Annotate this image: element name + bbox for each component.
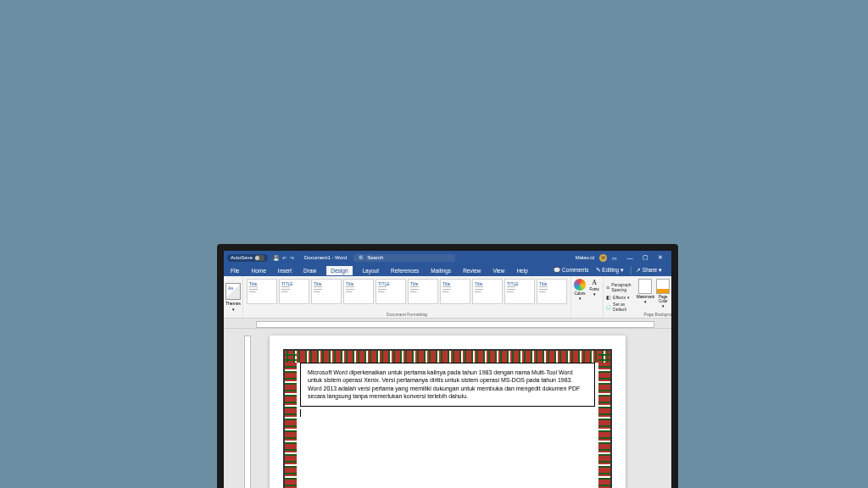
word-window: AutoSave 💾 ↶ ↷ Document1 - Word 🔍 Search…	[224, 251, 671, 488]
style-preset[interactable]: TITLE▬▬▬▬▬▬▬▬▬▬▬	[504, 279, 535, 304]
search-icon: 🔍	[359, 255, 364, 261]
page-color-icon	[656, 279, 670, 294]
tab-home[interactable]: Home	[249, 266, 267, 275]
style-gallery[interactable]: Title▬▬▬▬▬▬▬▬▬▬▬ TITLE▬▬▬▬▬▬▬▬▬▬▬ Title▬…	[243, 276, 570, 312]
paragraph-spacing-icon	[606, 285, 609, 291]
tab-draw[interactable]: Draw	[302, 266, 318, 275]
watermark-icon	[638, 279, 652, 294]
editing-button[interactable]: ✎ Editing ▾	[596, 267, 625, 274]
username-label[interactable]: Malas.id	[576, 255, 594, 260]
search-placeholder: Search	[367, 255, 383, 260]
page-background-group: Watermark▾ Page Color▾ Page Borders Page…	[634, 276, 671, 318]
chevron-down-icon: ▾	[232, 307, 235, 312]
group-label: Document Formatting	[243, 312, 570, 318]
minimize-button[interactable]: —	[622, 251, 637, 264]
paragraph-spacing-button[interactable]: Paragraph Spacing	[606, 282, 631, 292]
style-preset[interactable]: Title▬▬▬▬▬▬▬▬▬▬▬	[311, 279, 342, 304]
style-preset[interactable]: TITLE▬▬▬▬▬▬▬▬▬▬▬	[279, 279, 309, 304]
horizontal-ruler[interactable]	[224, 319, 671, 329]
tab-view[interactable]: View	[491, 266, 506, 275]
tab-layout[interactable]: Layout	[361, 266, 381, 275]
tab-mailings[interactable]: Mailings	[429, 266, 453, 275]
document-title: Document1 - Word	[304, 255, 347, 260]
art-page-border: Microsoft Word diperkenalkan untuk perta…	[283, 349, 612, 488]
tab-references[interactable]: References	[389, 266, 420, 275]
tab-file[interactable]: File	[229, 266, 241, 275]
page-color-button[interactable]: Page Color▾	[656, 279, 670, 309]
menu-bar: File Home Insert Draw Design Layout Refe…	[224, 264, 671, 276]
colors-icon	[574, 279, 586, 291]
share-button[interactable]: ↗ Share ▾	[631, 266, 666, 274]
search-input[interactable]: 🔍 Search	[353, 254, 455, 262]
tab-insert[interactable]: Insert	[276, 266, 293, 275]
autosave-label: AutoSave	[231, 255, 253, 260]
ribbon: Themes ▾ Title▬▬▬▬▬▬▬▬▬▬▬ TITLE▬▬▬▬▬▬▬▬▬…	[224, 276, 671, 319]
style-preset[interactable]: Title▬▬▬▬▬▬▬▬▬▬▬	[440, 279, 470, 304]
style-preset[interactable]: Title▬▬▬▬▬▬▬▬▬▬▬	[343, 279, 374, 304]
redo-icon[interactable]: ↷	[290, 255, 294, 261]
group-label: Page Background	[634, 312, 671, 318]
undo-icon[interactable]: ↶	[282, 255, 287, 261]
monitor-frame: AutoSave 💾 ↶ ↷ Document1 - Word 🔍 Search…	[217, 244, 678, 488]
style-preset[interactable]: Title▬▬▬▬▬▬▬▬▬▬▬	[537, 279, 567, 304]
themes-button[interactable]: Themes ▾	[224, 276, 243, 318]
toggle-off-icon	[254, 255, 264, 261]
fonts-icon: A	[592, 279, 597, 286]
text-cursor	[300, 409, 301, 417]
style-preset[interactable]: TITLE▬▬▬▬▬▬▬▬▬▬▬	[376, 279, 406, 304]
tab-help[interactable]: Help	[515, 266, 529, 275]
page[interactable]: Microsoft Word diperkenalkan untuk perta…	[270, 336, 626, 488]
default-icon	[606, 304, 611, 309]
style-preset[interactable]: Title▬▬▬▬▬▬▬▬▬▬▬	[472, 279, 503, 304]
ribbon-options-icon[interactable]: ▭	[612, 255, 617, 261]
paragraph-text[interactable]: Microsoft Word diperkenalkan untuk perta…	[308, 369, 580, 399]
maximize-button[interactable]: ▢	[637, 251, 653, 264]
autosave-toggle[interactable]: AutoSave	[227, 254, 268, 262]
fonts-button[interactable]: AFonts▾	[587, 279, 601, 315]
themes-icon	[225, 283, 241, 300]
quick-access-toolbar: 💾 ↶ ↷	[273, 255, 294, 261]
watermark-button[interactable]: Watermark▾	[637, 279, 655, 309]
text-box[interactable]: Microsoft Word diperkenalkan untuk perta…	[300, 363, 595, 407]
vertical-ruler[interactable]	[244, 336, 251, 488]
style-preset[interactable]: Title▬▬▬▬▬▬▬▬▬▬▬	[408, 279, 438, 304]
close-button[interactable]: ✕	[653, 251, 668, 264]
colors-button[interactable]: Colors▾	[573, 279, 587, 315]
title-bar: AutoSave 💾 ↶ ↷ Document1 - Word 🔍 Search…	[224, 251, 671, 264]
comments-button[interactable]: 💬 Comments	[554, 267, 588, 274]
tab-review[interactable]: Review	[461, 266, 482, 275]
tab-design[interactable]: Design	[326, 266, 352, 275]
save-icon[interactable]: 💾	[273, 255, 279, 261]
document-formatting-group: Title▬▬▬▬▬▬▬▬▬▬▬ TITLE▬▬▬▬▬▬▬▬▬▬▬ Title▬…	[243, 276, 571, 318]
avatar[interactable]: M	[599, 254, 607, 262]
effects-icon	[606, 294, 611, 300]
document-area[interactable]: Microsoft Word diperkenalkan untuk perta…	[224, 329, 671, 488]
effects-button[interactable]: Effects ▾	[606, 294, 631, 300]
style-preset[interactable]: Title▬▬▬▬▬▬▬▬▬▬▬	[247, 279, 277, 304]
set-as-default-button[interactable]: Set as Default	[606, 302, 631, 312]
